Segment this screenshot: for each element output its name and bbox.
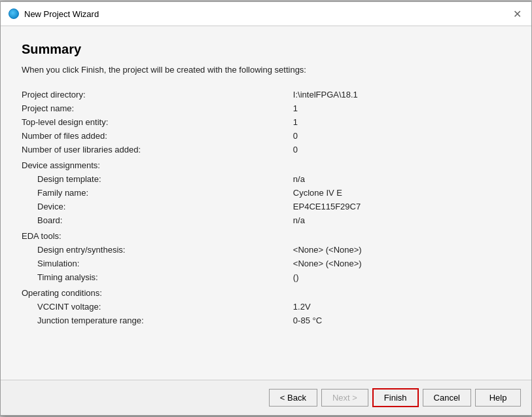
table-row: Number of files added:0 (22, 129, 510, 143)
help-button[interactable]: Help (475, 389, 521, 407)
back-button[interactable]: < Back (269, 389, 317, 407)
intro-text: When you click Finish, the project will … (22, 65, 510, 75)
summary-table: Project directory:I:\intelFPGA\18.1Proje… (22, 88, 510, 327)
table-row: Top-level design entity:1 (22, 115, 510, 129)
table-row: Device:EP4CE115F29C7 (22, 200, 510, 213)
window-title: New Project Wizard (24, 9, 99, 19)
table-row: Simulation:<None> (<None>) (22, 257, 510, 270)
table-row: Device assignments: (22, 156, 510, 172)
title-bar: New Project Wizard ✕ (1, 2, 531, 26)
table-row: Design entry/synthesis:<None> (<None>) (22, 243, 510, 257)
table-row: Operating conditions: (22, 284, 510, 300)
table-row: Number of user libraries added:0 (22, 143, 510, 156)
table-row: Junction temperature range:0-85 °C (22, 314, 510, 327)
table-row: Board:n/a (22, 213, 510, 227)
wizard-content: Summary When you click Finish, the proje… (1, 26, 531, 380)
wizard-footer: < Back Next > Finish Cancel Help (1, 380, 531, 415)
table-row: Project directory:I:\intelFPGA\18.1 (22, 88, 510, 101)
wizard-window: New Project Wizard ✕ Summary When you cl… (0, 1, 532, 416)
table-row: VCCINT voltage:1.2V (22, 300, 510, 314)
close-button[interactable]: ✕ (510, 7, 523, 20)
cancel-button[interactable]: Cancel (423, 389, 471, 407)
table-row: EDA tools: (22, 227, 510, 243)
window-icon (9, 9, 19, 19)
next-button[interactable]: Next > (321, 389, 368, 407)
table-row: Project name:1 (22, 101, 510, 115)
finish-button[interactable]: Finish (372, 388, 419, 407)
table-row: Timing analysis:() (22, 270, 510, 284)
table-row: Family name:Cyclone IV E (22, 186, 510, 200)
page-title: Summary (22, 42, 510, 57)
table-row: Design template:n/a (22, 172, 510, 186)
